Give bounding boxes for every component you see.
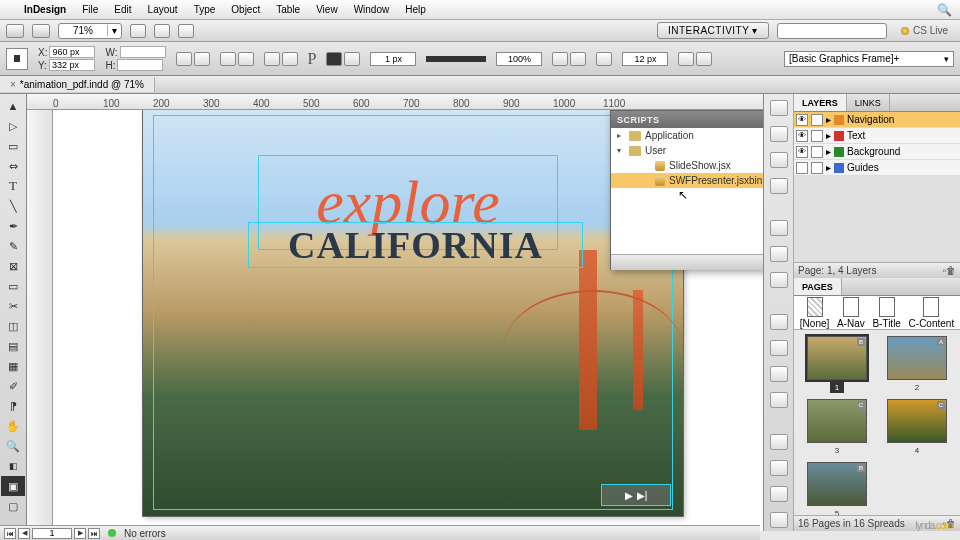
- wrap-icon[interactable]: [570, 52, 586, 66]
- layer-row[interactable]: ▸Guides: [794, 160, 960, 176]
- panel-icon[interactable]: [770, 100, 788, 116]
- opacity-field[interactable]: 100%: [496, 52, 542, 66]
- disclosure-icon[interactable]: ▸: [826, 114, 831, 125]
- stroke-style[interactable]: [426, 56, 486, 62]
- page-thumb[interactable]: A2: [880, 336, 954, 393]
- zoom-input[interactable]: [59, 25, 107, 36]
- disclosure-icon[interactable]: ▸: [826, 146, 831, 157]
- pencil-tool[interactable]: ✎: [1, 236, 25, 256]
- media-controls-frame[interactable]: ▶ ▶|: [601, 484, 671, 506]
- menu-object[interactable]: Object: [231, 4, 260, 15]
- rotate-icon[interactable]: [220, 52, 236, 66]
- rectangle-frame-tool[interactable]: ⊠: [1, 256, 25, 276]
- stroke-swatch[interactable]: [344, 52, 360, 66]
- gradient-feather-tool[interactable]: ▦: [1, 356, 25, 376]
- screen-mode-icon[interactable]: [154, 24, 170, 38]
- layer-row[interactable]: 👁▸Background: [794, 144, 960, 160]
- flip-h-icon[interactable]: [264, 52, 280, 66]
- fill-stroke-swatch[interactable]: ◧: [1, 456, 25, 476]
- disclosure-icon[interactable]: ▸: [826, 162, 831, 173]
- view-mode-normal[interactable]: ▣: [1, 476, 25, 496]
- menu-table[interactable]: Table: [276, 4, 300, 15]
- panel-icon[interactable]: [770, 366, 788, 382]
- spotlight-icon[interactable]: 🔍: [937, 3, 952, 17]
- search-help-input[interactable]: [777, 23, 887, 39]
- reference-point-icon[interactable]: [6, 48, 28, 70]
- menu-edit[interactable]: Edit: [114, 4, 131, 15]
- scale-y-icon[interactable]: [194, 52, 210, 66]
- scripts-folder-application[interactable]: ▸Application: [611, 128, 763, 143]
- panel-icon[interactable]: [770, 392, 788, 408]
- w-field[interactable]: [120, 46, 166, 58]
- page-thumb[interactable]: C4: [880, 399, 954, 456]
- scripts-panel[interactable]: SCRIPTS ▸Application ▾User SlideShow.jsx…: [610, 110, 763, 270]
- pasteboard[interactable]: explore CALIFORNIA ▶ ▶| SCRIPTS ▸Applica…: [53, 110, 763, 531]
- panel-icon[interactable]: [770, 220, 788, 236]
- recent-icon[interactable]: [32, 24, 50, 38]
- type-tool[interactable]: T: [1, 176, 25, 196]
- flip-v-icon[interactable]: [282, 52, 298, 66]
- delete-layer-icon[interactable]: 🗑: [946, 265, 956, 276]
- master-none[interactable]: [None]: [800, 297, 829, 329]
- tab-links[interactable]: LINKS: [847, 94, 890, 111]
- layer-name[interactable]: Navigation: [847, 114, 894, 125]
- scale-x-icon[interactable]: [176, 52, 192, 66]
- zoom-tool[interactable]: 🔍: [1, 436, 25, 456]
- master-a[interactable]: A-Nav: [837, 297, 865, 329]
- bridge-icon[interactable]: [6, 24, 24, 38]
- fx-icon[interactable]: [552, 52, 568, 66]
- paragraph-icon[interactable]: P: [308, 50, 317, 68]
- zoom-dropdown-icon[interactable]: ▾: [107, 25, 121, 36]
- panel-icon[interactable]: [770, 246, 788, 262]
- gradient-tool[interactable]: ▤: [1, 336, 25, 356]
- selection-tool[interactable]: ▲: [1, 96, 25, 116]
- page-thumb[interactable]: C3: [800, 399, 874, 456]
- lock-icon[interactable]: [811, 114, 823, 126]
- document-tab[interactable]: ×*animation_pdf.indd @ 71%: [0, 77, 155, 92]
- menu-file[interactable]: File: [82, 4, 98, 15]
- lock-icon[interactable]: [811, 130, 823, 142]
- scripts-panel-tab[interactable]: SCRIPTS: [611, 111, 763, 128]
- master-c[interactable]: C-Content: [909, 297, 955, 329]
- menu-window[interactable]: Window: [354, 4, 390, 15]
- panel-icon[interactable]: [770, 126, 788, 142]
- disclosure-icon[interactable]: ▾: [617, 146, 625, 155]
- panel-icon[interactable]: [770, 314, 788, 330]
- corner-radius[interactable]: 12 px: [622, 52, 668, 66]
- panel-icon[interactable]: [770, 512, 788, 528]
- object-style-select[interactable]: [Basic Graphics Frame]+: [784, 51, 954, 67]
- scissors-tool[interactable]: ✂: [1, 296, 25, 316]
- visibility-icon[interactable]: 👁: [796, 146, 808, 158]
- prev-page-icon[interactable]: ◀: [18, 528, 30, 539]
- panel-icon[interactable]: [770, 460, 788, 476]
- gap-tool[interactable]: ⇔: [1, 156, 25, 176]
- lock-icon[interactable]: [811, 162, 823, 174]
- align-icon[interactable]: [678, 52, 694, 66]
- panel-icon[interactable]: [770, 152, 788, 168]
- master-b[interactable]: B-Title: [872, 297, 901, 329]
- menu-type[interactable]: Type: [194, 4, 216, 15]
- script-swfpresenter[interactable]: SWFPresenter.jsxbin: [611, 173, 763, 188]
- pen-tool[interactable]: ✒: [1, 216, 25, 236]
- menu-help[interactable]: Help: [405, 4, 426, 15]
- menu-layout[interactable]: Layout: [148, 4, 178, 15]
- close-tab-icon[interactable]: ×: [10, 79, 16, 90]
- shear-icon[interactable]: [238, 52, 254, 66]
- layer-row[interactable]: 👁▸Navigation: [794, 112, 960, 128]
- line-tool[interactable]: ╲: [1, 196, 25, 216]
- disclosure-icon[interactable]: ▸: [617, 131, 625, 140]
- vertical-ruler[interactable]: [27, 110, 53, 531]
- free-transform-tool[interactable]: ◫: [1, 316, 25, 336]
- panel-icon[interactable]: [770, 272, 788, 288]
- workspace-switcher[interactable]: INTERACTIVITY ▾: [657, 22, 769, 39]
- layer-name[interactable]: Background: [847, 146, 900, 157]
- page-tool[interactable]: ▭: [1, 136, 25, 156]
- page-thumb[interactable]: B5: [800, 462, 874, 515]
- next-page-icon[interactable]: ▶: [74, 528, 86, 539]
- zoom-level[interactable]: ▾: [58, 23, 122, 39]
- note-tool[interactable]: ✐: [1, 376, 25, 396]
- app-menu[interactable]: InDesign: [24, 4, 66, 15]
- visibility-icon[interactable]: 👁: [796, 114, 808, 126]
- text-frame-california[interactable]: CALIFORNIA: [248, 222, 583, 268]
- rectangle-tool[interactable]: ▭: [1, 276, 25, 296]
